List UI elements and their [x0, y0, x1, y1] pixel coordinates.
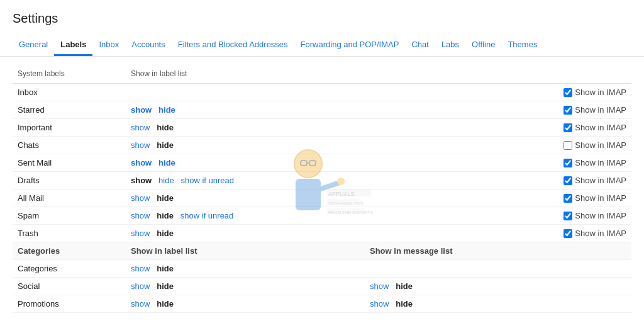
table-row: Spam show hide show if unread Show in IM… [13, 207, 631, 225]
imap-checkbox-spam[interactable] [564, 212, 572, 220]
show-if-unread-spam[interactable]: show if unread [180, 211, 234, 220]
tab-labels[interactable]: Labels [54, 35, 92, 56]
col-show-label-header: Show in label list [126, 67, 365, 84]
show-link-important[interactable]: show [131, 123, 150, 132]
table-row: All Mail show hide Show in IMAP [13, 190, 631, 207]
imap-text-sent: Show in IMAP [575, 158, 626, 167]
show-if-unread-drafts[interactable]: show if unread [181, 176, 235, 185]
show-link-allmail[interactable]: show [131, 193, 150, 203]
table-row: Promotions show hide show hide [13, 295, 631, 313]
hide-text-promotions[interactable]: hide [157, 299, 174, 309]
settings-tabs: General Labels Inbox Accounts Filters an… [13, 35, 631, 56]
imap-text-allmail: Show in IMAP [575, 193, 626, 203]
hide-text-categories[interactable]: hide [157, 264, 174, 273]
categories-section-header: Categories Show in label list Show in me… [13, 242, 631, 260]
label-spam: Spam [13, 207, 126, 225]
hide-text-social[interactable]: hide [157, 281, 174, 291]
label-promotions: Promotions [13, 295, 126, 313]
table-row: Inbox Show in IMAP [13, 84, 631, 101]
hide-link-important[interactable]: hide [157, 123, 174, 132]
tab-offline[interactable]: Offline [465, 35, 501, 56]
label-drafts: Drafts [13, 172, 126, 190]
hide-link-sent[interactable]: hide [158, 158, 175, 167]
show-link-social[interactable]: show [131, 281, 150, 291]
table-row: Starred show hide Show in IMAP [13, 101, 631, 119]
tab-accounts[interactable]: Accounts [125, 35, 171, 56]
tab-filters[interactable]: Filters and Blocked Addresses [172, 35, 294, 56]
imap-checkbox-allmail[interactable] [564, 194, 572, 203]
label-all-mail: All Mail [13, 190, 126, 207]
imap-checkbox-starred[interactable] [564, 106, 572, 115]
imap-text-spam: Show in IMAP [575, 211, 626, 220]
page-title: Settings [13, 11, 631, 26]
imap-text-starred: Show in IMAP [575, 105, 626, 115]
imap-text-trash: Show in IMAP [575, 229, 626, 238]
show-link-trash[interactable]: show [131, 229, 150, 238]
hide-msg-text-promotions[interactable]: hide [396, 299, 413, 309]
imap-text-inbox: Show in IMAP [575, 88, 626, 97]
imap-checkbox-chats[interactable] [564, 141, 572, 150]
show-msg-link-social[interactable]: show [370, 281, 389, 291]
categories-heading: Categories [13, 242, 126, 260]
tab-chat[interactable]: Chat [405, 35, 435, 56]
show-link-chats[interactable]: show [131, 140, 150, 150]
imap-text-important: Show in IMAP [575, 123, 626, 132]
hide-link-chats[interactable]: hide [157, 140, 174, 150]
col-show-label-cat: Show in label list [126, 242, 365, 260]
label-starred: Starred [13, 101, 126, 119]
show-link-sent[interactable]: show [131, 158, 152, 167]
show-link-categories[interactable]: show [131, 264, 150, 273]
show-msg-link-promotions[interactable]: show [370, 299, 389, 309]
hide-link-drafts[interactable]: hide [158, 176, 174, 185]
table-row: Trash show hide Show in IMAP [13, 225, 631, 242]
col-system-labels-header: System labels [13, 67, 126, 84]
tab-labs[interactable]: Labs [435, 35, 465, 56]
tab-themes[interactable]: Themes [501, 35, 543, 56]
label-trash: Trash [13, 225, 126, 242]
show-text-drafts[interactable]: show [131, 176, 152, 185]
table-row: Important show hide Show in IMAP [13, 119, 631, 137]
imap-checkbox-important[interactable] [564, 123, 572, 132]
label-social: Social [13, 278, 126, 295]
table-row: Sent Mail show hide Show in IMAP [13, 154, 631, 172]
hide-msg-text-social[interactable]: hide [396, 281, 413, 291]
hide-text-trash[interactable]: hide [157, 229, 174, 238]
hide-text-spam[interactable]: hide [157, 211, 174, 220]
imap-checkbox-drafts[interactable] [564, 176, 572, 185]
imap-checkbox-sent[interactable] [564, 159, 572, 167]
col-show-msg-cat: Show in message list [365, 242, 516, 260]
show-link-starred[interactable]: show [131, 105, 152, 115]
imap-checkbox-inbox[interactable] [564, 88, 572, 97]
hide-text-allmail[interactable]: hide [157, 193, 174, 203]
hide-link-starred[interactable]: hide [158, 105, 175, 115]
tab-forwarding[interactable]: Forwarding and POP/IMAP [294, 35, 406, 56]
table-row: Social show hide show hide [13, 278, 631, 295]
imap-text-drafts: Show in IMAP [575, 176, 626, 185]
label-chats: Chats [13, 137, 126, 154]
tab-inbox[interactable]: Inbox [92, 35, 125, 56]
table-row: Categories show hide [13, 260, 631, 278]
show-link-spam[interactable]: show [131, 211, 150, 220]
label-categories: Categories [13, 260, 126, 278]
label-inbox: Inbox [13, 84, 126, 101]
label-important: Important [13, 119, 126, 137]
table-row: Chats show hide Show in IMAP [13, 137, 631, 154]
show-link-promotions[interactable]: show [131, 299, 150, 309]
label-sent-mail: Sent Mail [13, 154, 126, 172]
tab-general[interactable]: General [13, 35, 54, 56]
imap-text-chats: Show in IMAP [575, 140, 626, 150]
table-row: Drafts show hide show if unread Show in … [13, 172, 631, 190]
imap-checkbox-trash[interactable] [564, 229, 572, 238]
